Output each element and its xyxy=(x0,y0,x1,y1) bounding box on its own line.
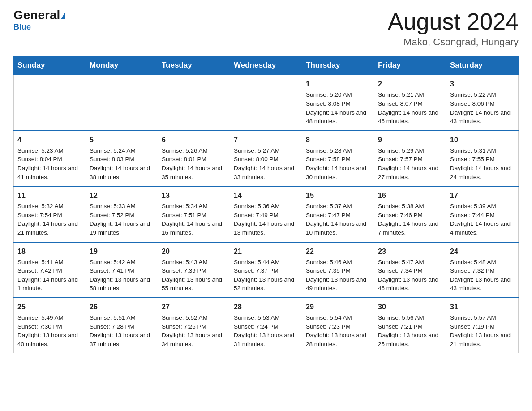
day-number: 18 xyxy=(17,246,82,257)
table-row: 6Sunrise: 5:26 AMSunset: 8:01 PMDaylight… xyxy=(158,131,230,186)
day-number: 8 xyxy=(306,135,370,145)
day-info: Sunrise: 5:57 AMSunset: 7:19 PMDaylight:… xyxy=(450,313,515,348)
day-number: 24 xyxy=(450,246,515,257)
logo-general-text: General xyxy=(13,8,60,22)
logo-triangle-icon xyxy=(61,13,65,19)
table-row: 15Sunrise: 5:37 AMSunset: 7:47 PMDayligh… xyxy=(302,186,374,242)
day-number: 20 xyxy=(162,246,226,257)
table-row: 14Sunrise: 5:36 AMSunset: 7:49 PMDayligh… xyxy=(230,186,302,242)
logo-wordmark: General xyxy=(13,9,65,21)
table-row xyxy=(14,75,86,130)
table-row: 22Sunrise: 5:46 AMSunset: 7:35 PMDayligh… xyxy=(302,242,374,298)
day-info: Sunrise: 5:52 AMSunset: 7:26 PMDaylight:… xyxy=(162,313,226,348)
day-info: Sunrise: 5:22 AMSunset: 8:06 PMDaylight:… xyxy=(450,90,515,125)
day-info: Sunrise: 5:29 AMSunset: 7:57 PMDaylight:… xyxy=(378,146,442,181)
month-title: August 2024 xyxy=(388,9,519,34)
table-row xyxy=(158,75,230,130)
table-row: 21Sunrise: 5:44 AMSunset: 7:37 PMDayligh… xyxy=(230,242,302,298)
table-row: 29Sunrise: 5:54 AMSunset: 7:23 PMDayligh… xyxy=(302,298,374,353)
table-row: 8Sunrise: 5:28 AMSunset: 7:58 PMDaylight… xyxy=(302,131,374,186)
calendar-table: Sunday Monday Tuesday Wednesday Thursday… xyxy=(13,56,519,353)
day-info: Sunrise: 5:36 AMSunset: 7:49 PMDaylight:… xyxy=(234,202,298,237)
table-row: 1Sunrise: 5:20 AMSunset: 8:08 PMDaylight… xyxy=(302,75,374,130)
table-row: 24Sunrise: 5:48 AMSunset: 7:32 PMDayligh… xyxy=(446,242,519,298)
col-saturday: Saturday xyxy=(446,56,519,75)
table-row: 13Sunrise: 5:34 AMSunset: 7:51 PMDayligh… xyxy=(158,186,230,242)
table-row: 10Sunrise: 5:31 AMSunset: 7:55 PMDayligh… xyxy=(446,131,519,186)
day-number: 9 xyxy=(378,135,442,145)
day-info: Sunrise: 5:51 AMSunset: 7:28 PMDaylight:… xyxy=(90,313,154,348)
day-number: 23 xyxy=(378,246,442,257)
day-info: Sunrise: 5:42 AMSunset: 7:41 PMDaylight:… xyxy=(90,258,154,293)
table-row: 4Sunrise: 5:23 AMSunset: 8:04 PMDaylight… xyxy=(14,131,86,186)
table-row: 25Sunrise: 5:49 AMSunset: 7:30 PMDayligh… xyxy=(14,298,86,353)
table-row: 17Sunrise: 5:39 AMSunset: 7:44 PMDayligh… xyxy=(446,186,519,242)
day-number: 19 xyxy=(90,246,154,257)
table-row: 3Sunrise: 5:22 AMSunset: 8:06 PMDaylight… xyxy=(446,75,519,130)
logo-blue-text: Blue xyxy=(13,22,31,32)
day-number: 25 xyxy=(17,302,82,312)
day-number: 22 xyxy=(306,246,370,257)
day-info: Sunrise: 5:49 AMSunset: 7:30 PMDaylight:… xyxy=(17,313,82,348)
table-row: 2Sunrise: 5:21 AMSunset: 8:07 PMDaylight… xyxy=(374,75,446,130)
day-number: 28 xyxy=(234,302,298,312)
col-thursday: Thursday xyxy=(302,56,374,75)
table-row: 30Sunrise: 5:56 AMSunset: 7:21 PMDayligh… xyxy=(374,298,446,353)
calendar-week-row: 4Sunrise: 5:23 AMSunset: 8:04 PMDaylight… xyxy=(14,131,519,186)
table-row: 31Sunrise: 5:57 AMSunset: 7:19 PMDayligh… xyxy=(446,298,519,353)
day-info: Sunrise: 5:47 AMSunset: 7:34 PMDaylight:… xyxy=(378,258,442,293)
day-number: 12 xyxy=(90,190,154,201)
day-number: 6 xyxy=(162,135,226,145)
col-monday: Monday xyxy=(86,56,158,75)
day-number: 5 xyxy=(90,135,154,145)
table-row: 5Sunrise: 5:24 AMSunset: 8:03 PMDaylight… xyxy=(86,131,158,186)
day-info: Sunrise: 5:44 AMSunset: 7:37 PMDaylight:… xyxy=(234,258,298,293)
table-row: 12Sunrise: 5:33 AMSunset: 7:52 PMDayligh… xyxy=(86,186,158,242)
calendar-week-row: 11Sunrise: 5:32 AMSunset: 7:54 PMDayligh… xyxy=(14,186,519,242)
table-row: 18Sunrise: 5:41 AMSunset: 7:42 PMDayligh… xyxy=(14,242,86,298)
day-info: Sunrise: 5:33 AMSunset: 7:52 PMDaylight:… xyxy=(90,202,154,237)
day-info: Sunrise: 5:24 AMSunset: 8:03 PMDaylight:… xyxy=(90,146,154,181)
day-number: 13 xyxy=(162,190,226,201)
day-number: 15 xyxy=(306,190,370,201)
title-area: August 2024 Mako, Csongrad, Hungary xyxy=(388,9,519,48)
location-title: Mako, Csongrad, Hungary xyxy=(388,36,519,48)
calendar-header-row: Sunday Monday Tuesday Wednesday Thursday… xyxy=(14,56,519,75)
day-number: 30 xyxy=(378,302,442,312)
col-friday: Friday xyxy=(374,56,446,75)
day-number: 14 xyxy=(234,190,298,201)
calendar-week-row: 1Sunrise: 5:20 AMSunset: 8:08 PMDaylight… xyxy=(14,75,519,130)
day-info: Sunrise: 5:20 AMSunset: 8:08 PMDaylight:… xyxy=(306,90,370,125)
day-info: Sunrise: 5:37 AMSunset: 7:47 PMDaylight:… xyxy=(306,202,370,237)
day-number: 11 xyxy=(17,190,82,201)
day-info: Sunrise: 5:54 AMSunset: 7:23 PMDaylight:… xyxy=(306,313,370,348)
table-row xyxy=(86,75,158,130)
table-row: 11Sunrise: 5:32 AMSunset: 7:54 PMDayligh… xyxy=(14,186,86,242)
table-row: 16Sunrise: 5:38 AMSunset: 7:46 PMDayligh… xyxy=(374,186,446,242)
day-number: 3 xyxy=(450,79,515,89)
day-number: 7 xyxy=(234,135,298,145)
day-number: 31 xyxy=(450,302,515,312)
day-number: 16 xyxy=(378,190,442,201)
logo: General Blue xyxy=(13,9,65,32)
table-row: 19Sunrise: 5:42 AMSunset: 7:41 PMDayligh… xyxy=(86,242,158,298)
day-info: Sunrise: 5:41 AMSunset: 7:42 PMDaylight:… xyxy=(17,258,82,293)
table-row: 9Sunrise: 5:29 AMSunset: 7:57 PMDaylight… xyxy=(374,131,446,186)
day-info: Sunrise: 5:26 AMSunset: 8:01 PMDaylight:… xyxy=(162,146,226,181)
day-number: 26 xyxy=(90,302,154,312)
day-info: Sunrise: 5:48 AMSunset: 7:32 PMDaylight:… xyxy=(450,258,515,293)
day-info: Sunrise: 5:23 AMSunset: 8:04 PMDaylight:… xyxy=(17,146,82,181)
table-row: 27Sunrise: 5:52 AMSunset: 7:26 PMDayligh… xyxy=(158,298,230,353)
day-number: 2 xyxy=(378,79,442,89)
day-number: 4 xyxy=(17,135,82,145)
day-info: Sunrise: 5:31 AMSunset: 7:55 PMDaylight:… xyxy=(450,146,515,181)
day-number: 27 xyxy=(162,302,226,312)
calendar-week-row: 18Sunrise: 5:41 AMSunset: 7:42 PMDayligh… xyxy=(14,242,519,298)
day-info: Sunrise: 5:53 AMSunset: 7:24 PMDaylight:… xyxy=(234,313,298,348)
calendar-week-row: 25Sunrise: 5:49 AMSunset: 7:30 PMDayligh… xyxy=(14,298,519,353)
day-info: Sunrise: 5:38 AMSunset: 7:46 PMDaylight:… xyxy=(378,202,442,237)
day-info: Sunrise: 5:32 AMSunset: 7:54 PMDaylight:… xyxy=(17,202,82,237)
col-sunday: Sunday xyxy=(14,56,86,75)
table-row: 28Sunrise: 5:53 AMSunset: 7:24 PMDayligh… xyxy=(230,298,302,353)
col-tuesday: Tuesday xyxy=(158,56,230,75)
